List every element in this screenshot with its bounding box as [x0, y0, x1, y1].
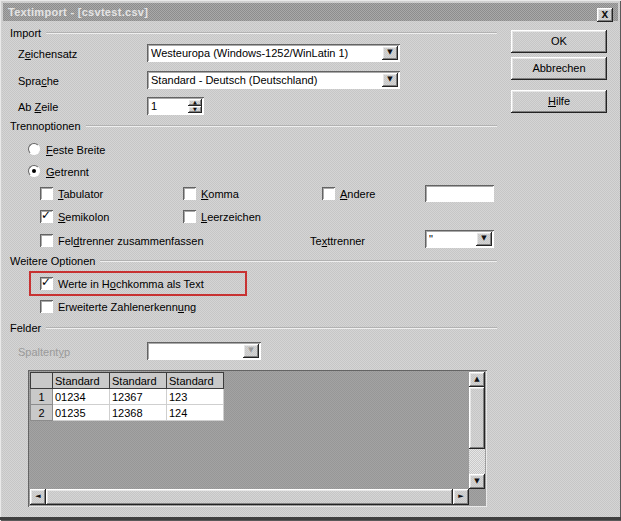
table-cell: 124: [167, 405, 224, 421]
horizontal-scrollbar-thumb[interactable]: [46, 489, 453, 505]
fixed-width-label: Feste Breite: [46, 144, 105, 156]
separator-options-section-title: Trennoptionen: [10, 120, 81, 132]
language-dropdown[interactable]: Standard - Deutsch (Deutschland) ▼: [147, 71, 400, 89]
komma-label: Komma: [201, 188, 239, 200]
scroll-left-button[interactable]: ◄: [30, 489, 46, 505]
vertical-scrollbar-thumb[interactable]: [469, 387, 485, 449]
vertical-scrollbar[interactable]: ▲ ▼: [469, 372, 485, 489]
chevron-down-icon: ▼: [469, 474, 485, 488]
chevron-up-icon: ▲: [469, 372, 485, 386]
chevron-left-icon: ◄: [30, 489, 46, 503]
cancel-button-label: Abbrechen: [532, 62, 585, 74]
window-title: Textimport - [csvtest.csv]: [8, 6, 148, 18]
column-type-dropdown: ▼: [147, 342, 261, 360]
column-type-label: Spaltentyp: [18, 346, 70, 358]
quoted-as-text-checkbox[interactable]: ✓: [40, 277, 53, 290]
other-separator-input[interactable]: [425, 185, 494, 202]
quoted-as-text-label: Werte in Hochkomma als Text: [58, 278, 204, 290]
help-button[interactable]: Hilfe: [511, 90, 607, 113]
from-row-value: 1: [151, 100, 157, 112]
fields-section-title: Felder: [10, 322, 41, 334]
charset-dropdown[interactable]: Westeuropa (Windows-1252/WinLatin 1) ▼: [147, 44, 400, 62]
radio-dot: [32, 169, 36, 173]
charset-dropdown-button[interactable]: ▼: [382, 46, 398, 60]
from-row-label: Ab Zeile: [18, 101, 58, 113]
language-dropdown-button[interactable]: ▼: [382, 73, 398, 87]
row-number: 2: [31, 405, 53, 421]
help-button-label: Hilfe: [548, 95, 570, 107]
close-icon: x: [597, 8, 613, 21]
horizontal-scrollbar[interactable]: ◄ ►: [30, 489, 469, 505]
column-type-dropdown-button: ▼: [243, 344, 259, 358]
merge-delimiters-label: Feldtrenner zusammenfassen: [58, 235, 204, 247]
andere-label: Andere: [340, 188, 375, 200]
leerzeichen-label: Leerzeichen: [201, 211, 261, 223]
merge-delimiters-checkbox[interactable]: [40, 234, 53, 247]
scroll-down-button[interactable]: ▼: [469, 474, 485, 489]
divider: [46, 327, 497, 329]
text-delimiter-dropdown-button[interactable]: ▼: [476, 232, 492, 246]
andere-checkbox[interactable]: [322, 187, 335, 200]
column-header[interactable]: Standard: [167, 373, 224, 389]
textimport-dialog: Textimport - [csvtest.csv] x OK Abbreche…: [0, 0, 621, 521]
corner-header-cell[interactable]: [31, 373, 53, 389]
close-button[interactable]: x: [597, 8, 613, 22]
chevron-up-icon: ▲: [188, 99, 202, 105]
row-number: 1: [31, 389, 53, 405]
divider: [86, 125, 497, 127]
language-value: Standard - Deutsch (Deutschland): [151, 74, 380, 86]
tabulator-label: Tabulator: [58, 188, 103, 200]
window-bottom-edge: [0, 517, 621, 520]
spin-down-button[interactable]: ▼: [188, 106, 202, 113]
semikolon-label: Semikolon: [58, 211, 109, 223]
text-delimiter-dropdown[interactable]: " ▼: [425, 230, 494, 248]
preview-table: Standard Standard Standard 1 01234 12367…: [30, 372, 224, 421]
komma-checkbox[interactable]: [183, 187, 196, 200]
check-icon: ✓: [41, 275, 51, 289]
import-section-title: Import: [10, 27, 41, 39]
from-row-input[interactable]: 1 ▲ ▼: [147, 97, 204, 115]
fixed-width-radio[interactable]: [28, 143, 40, 155]
chevron-down-icon: ▼: [243, 344, 259, 357]
separator-options-section-header: Trennoptionen: [10, 120, 497, 132]
language-label: Sprache: [18, 75, 59, 87]
table-cell: 12367: [110, 389, 167, 405]
cancel-button[interactable]: Abbrechen: [511, 57, 607, 80]
scroll-up-button[interactable]: ▲: [469, 372, 485, 387]
titlebar: Textimport - [csvtest.csv] x: [3, 3, 618, 21]
import-section-header: Import: [10, 27, 497, 39]
divider: [100, 260, 497, 262]
table-row: 1 01234 12367 123: [31, 389, 224, 405]
number-detect-checkbox[interactable]: [40, 300, 53, 313]
ok-button[interactable]: OK: [511, 30, 607, 53]
tabulator-checkbox[interactable]: [40, 187, 53, 200]
column-header[interactable]: Standard: [110, 373, 167, 389]
table-cell: 123: [167, 389, 224, 405]
text-delimiter-value: ": [429, 233, 474, 245]
table-header-row: Standard Standard Standard: [31, 373, 224, 389]
chevron-down-icon: ▼: [382, 46, 398, 59]
separated-radio[interactable]: [28, 165, 40, 177]
charset-value: Westeuropa (Windows-1252/WinLatin 1): [151, 47, 380, 59]
scroll-right-button[interactable]: ►: [453, 489, 469, 505]
table-cell: 01234: [53, 389, 110, 405]
chevron-right-icon: ►: [453, 489, 469, 503]
check-icon: ✓: [41, 208, 51, 222]
divider: [46, 32, 497, 34]
number-detect-label: Erweiterte Zahlenerkennung: [58, 301, 196, 313]
fields-section-header: Felder: [10, 322, 497, 334]
chevron-down-icon: ▼: [476, 232, 492, 245]
preview-area: Standard Standard Standard 1 01234 12367…: [28, 370, 487, 507]
leerzeichen-checkbox[interactable]: [183, 210, 196, 223]
table-cell: 12368: [110, 405, 167, 421]
ok-button-label: OK: [551, 35, 567, 47]
other-options-section-header: Weitere Optionen: [10, 255, 497, 267]
charset-label: Zeichensatz: [18, 48, 77, 60]
spin-up-button[interactable]: ▲: [188, 99, 202, 106]
separated-label: Getrennt: [46, 166, 89, 178]
chevron-down-icon: ▼: [188, 106, 202, 112]
column-header[interactable]: Standard: [53, 373, 110, 389]
table-cell: 01235: [53, 405, 110, 421]
table-row: 2 01235 12368 124: [31, 405, 224, 421]
semikolon-checkbox[interactable]: ✓: [40, 210, 53, 223]
